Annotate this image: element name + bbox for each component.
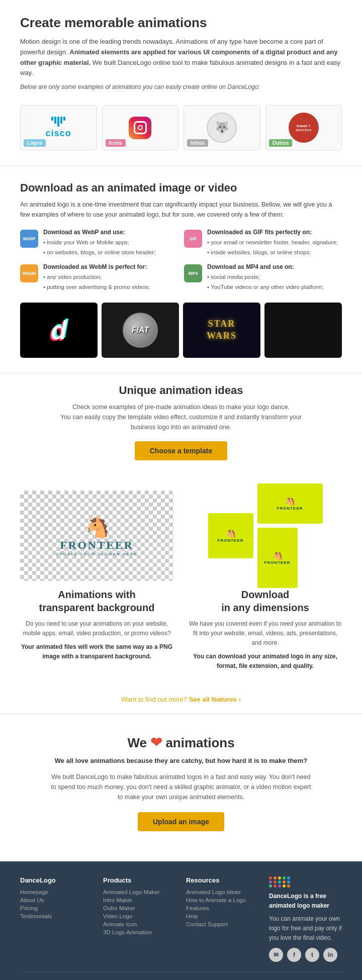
intros-badge: Intros — [187, 139, 208, 147]
section3-desc: Check some examples of pre-made animatio… — [55, 402, 307, 432]
webp-item: inside your Web or Mobile apps; — [43, 238, 155, 248]
webm-item: putting over advertising & promo videos; — [43, 282, 150, 292]
section5-heading: We ❤ animations — [20, 734, 342, 751]
footer-col-resources: Resources Animated Logo Ideas How to Ani… — [186, 876, 259, 962]
cisco-bar — [63, 117, 65, 121]
footer-link-animated-logo[interactable]: Animated Logo Maker — [103, 889, 176, 895]
footer-link-pricing[interactable]: Pricing — [20, 905, 93, 911]
download-grid: WebP Download as WebP and use: inside yo… — [20, 229, 342, 292]
webp-title: Download as WebP and use: — [43, 229, 155, 236]
webp-list: inside your Web or Mobile apps; on websi… — [43, 238, 155, 257]
twitter-social-icon[interactable]: t — [305, 948, 319, 962]
mp4-list: social media posts; YouTube videos or an… — [207, 272, 324, 292]
dot — [283, 880, 286, 884]
fronteer-logo: 🐴 FRONTEER UPDATE YOUR SLOGAN HERE — [56, 515, 138, 556]
gif-title: Downloaded as GIF fits perfectly on: — [207, 229, 338, 236]
see-all-anchor[interactable]: See all features › — [189, 696, 241, 703]
dot — [287, 880, 290, 884]
tiktok-d: d — [51, 315, 67, 345]
footer-link-contact[interactable]: Contact Support — [186, 921, 259, 927]
feature-dimensions: 🐴 FRONTEER 🐴 FRONTEER 🐴 FRONTEER — [189, 491, 342, 675]
footer-link-about[interactable]: About Us — [20, 897, 93, 903]
feature-transparent: 🐴 FRONTEER UPDATE YOUR SLOGAN HERE Anima… — [20, 491, 173, 675]
mp4-item: YouTube videos or any other video platfo… — [207, 282, 324, 292]
section2-heading: Download as an animated image or video — [20, 181, 342, 194]
cisco-logo: cisco — [46, 117, 71, 139]
dimension-preview: 🐴 FRONTEER 🐴 FRONTEER 🐴 FRONTEER — [189, 491, 342, 581]
dim-card-wide: 🐴 FRONTEER — [257, 483, 323, 524]
gif-item: your email or newsletter footer, header,… — [207, 238, 338, 248]
section3-desc2: You can easily copy the template video e… — [60, 414, 302, 431]
dimensions-bold: You can download your animated logo in a… — [189, 652, 342, 671]
dim-card-tall-content: 🐴 FRONTEER — [264, 551, 291, 565]
dancelogo-dots — [269, 876, 342, 888]
footer-link-features[interactable]: Features — [186, 905, 259, 911]
section-create: Create memorable animations Motion desig… — [0, 0, 362, 165]
see-all-link: Want to find out more? See all features … — [0, 696, 362, 703]
wolf-logo: 🐺 — [207, 113, 237, 143]
download-item-gif: GIF Downloaded as GIF fits perfectly on:… — [184, 229, 342, 257]
dim-horse-small: 🐴 — [218, 529, 244, 538]
section1-note: Below are only some examples of animatio… — [20, 82, 342, 92]
footer-link-help[interactable]: Help — [186, 913, 259, 919]
footer-link-intro[interactable]: Intro Maker — [103, 897, 176, 903]
facebook-social-icon[interactable]: f — [287, 948, 301, 962]
upload-image-button[interactable]: Upload an image — [138, 812, 224, 831]
fiat-circle: FIAT — [123, 313, 158, 348]
dim-card-small: 🐴 FRONTEER — [208, 513, 253, 558]
logos-badge: Logos — [24, 139, 46, 147]
webm-badge: WebM — [20, 264, 38, 282]
cisco-bar — [57, 117, 59, 127]
heading-post: animations — [165, 735, 234, 750]
transparent-bold: Your animated files will work the same w… — [20, 642, 173, 661]
fronteer-horse: 🐴 — [56, 515, 138, 539]
webm-title: Downloaded as WebM is perfect for: — [43, 263, 150, 270]
section-love: We ❤ animations We all love animations b… — [0, 714, 362, 847]
logo-card-intros: 🐺 Intros — [184, 105, 260, 150]
video-grid: d FIAT STARWARS — [20, 303, 342, 358]
section-unique: Unique animation ideas Check some exampl… — [0, 374, 362, 475]
travel-top: travel + — [297, 124, 311, 128]
insta-inner — [134, 121, 147, 134]
cisco-text: cisco — [46, 128, 71, 139]
footer-link-ideas[interactable]: Animated Logo Ideas — [186, 889, 259, 895]
spacer — [0, 846, 362, 861]
footer-link-outro[interactable]: Outro Maker — [103, 905, 176, 911]
footer-link-animate-icon[interactable]: Animate Icon — [103, 921, 176, 927]
mp4-title: Download as MP4 and use on: — [207, 263, 324, 270]
dim-card-tall: 🐴 FRONTEER — [257, 528, 298, 588]
logo-examples: cisco Logos Icons 🐺 Intros travel + adve… — [20, 100, 342, 155]
transparent-preview: 🐴 FRONTEER UPDATE YOUR SLOGAN HERE — [20, 491, 173, 581]
download-item-mp4: MP4 Download as MP4 and use on: social m… — [184, 263, 342, 292]
fiat-text: FIAT — [132, 326, 149, 335]
footer-bottom: DanceLogo ©2017-2022 · Made with ❤ in EU… — [20, 972, 342, 980]
footer-col3-heading: Resources — [186, 876, 259, 884]
footer-link-3d[interactable]: 3D Logo Animation — [103, 929, 176, 935]
travel-bot: adventure — [296, 128, 311, 132]
transparent-desc: Do you need to use your animations on yo… — [20, 619, 173, 638]
dot — [278, 876, 281, 879]
footer-col2-heading: Products — [103, 876, 176, 884]
footer: DanceLogo Homepage About Us Pricing Test… — [0, 861, 362, 980]
footer-link-homepage[interactable]: Homepage — [20, 889, 93, 895]
footer-link-video-logo[interactable]: Video Logo — [103, 913, 176, 919]
footer-link-how[interactable]: How to Animate a Logo — [186, 897, 259, 903]
footer-col-dancelogo: DanceLogo Homepage About Us Pricing Test… — [20, 876, 93, 962]
dim-fronteer-wide: FRONTEER — [277, 506, 303, 511]
webm-item: any video production; — [43, 272, 150, 282]
cisco-bar — [60, 117, 62, 124]
dim-fronteer-tall: FRONTEER — [264, 560, 291, 565]
choose-template-button[interactable]: Choose a template — [135, 441, 227, 460]
footer-col1-heading: DanceLogo — [20, 876, 93, 884]
dot — [274, 876, 277, 879]
linkedin-social-icon[interactable]: in — [323, 948, 337, 962]
dim-fronteer-small: FRONTEER — [218, 538, 244, 543]
download-item-webm: WebM Downloaded as WebM is perfect for: … — [20, 263, 178, 292]
dot — [283, 876, 286, 879]
download-item-webp: WebP Download as WebP and use: inside yo… — [20, 229, 178, 257]
email-social-icon[interactable]: ✉ — [269, 948, 283, 962]
footer-link-testimonials[interactable]: Testimonials — [20, 913, 93, 919]
dot — [274, 880, 277, 884]
tiktok-icon: d — [51, 315, 67, 345]
webp-content: Download as WebP and use: inside your We… — [43, 229, 155, 257]
